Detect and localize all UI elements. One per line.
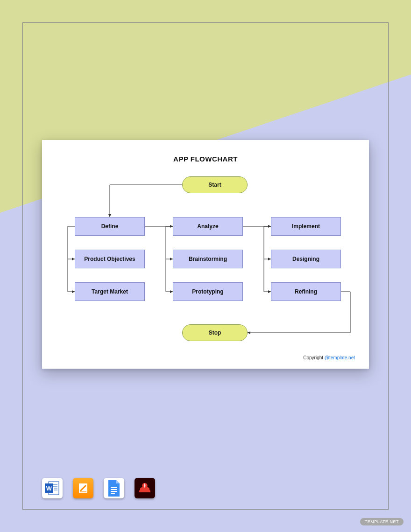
node-implement: Implement — [271, 217, 341, 236]
node-brainstorming-label: Brainstorming — [189, 256, 227, 262]
node-target-market: Target Market — [75, 282, 145, 301]
flowchart-title: APP FLOWCHART — [42, 140, 369, 163]
node-stop: Stop — [182, 324, 248, 341]
word-icon[interactable]: W — [42, 478, 63, 498]
copyright-label: Copyright — [303, 355, 325, 360]
node-refining-label: Refining — [295, 288, 317, 295]
app-icon-row: W — [42, 478, 155, 498]
svg-rect-11 — [111, 491, 117, 492]
svg-text:W: W — [46, 485, 52, 492]
node-designing: Designing — [271, 250, 341, 268]
node-product-objectives-label: Product Objectives — [84, 256, 135, 262]
watermark-badge: TEMPLATE.NET — [360, 518, 404, 525]
node-target-market-label: Target Market — [92, 288, 128, 295]
node-start: Start — [182, 176, 248, 193]
node-designing-label: Designing — [292, 256, 319, 262]
node-refining: Refining — [271, 282, 341, 301]
svg-rect-12 — [111, 493, 115, 494]
node-stop-label: Stop — [209, 329, 221, 336]
node-brainstorming: Brainstorming — [173, 250, 243, 268]
node-implement-label: Implement — [292, 223, 320, 230]
node-prototyping: Prototyping — [173, 282, 243, 301]
google-docs-icon[interactable] — [104, 478, 124, 498]
node-prototyping-label: Prototyping — [192, 288, 223, 295]
svg-rect-9 — [111, 487, 117, 488]
pages-icon[interactable] — [73, 478, 93, 498]
node-define: Define — [75, 217, 145, 236]
svg-rect-10 — [111, 489, 117, 490]
pdf-icon[interactable] — [135, 478, 155, 498]
node-define-label: Define — [101, 223, 119, 230]
node-start-label: Start — [208, 182, 221, 188]
copyright-line: Copyright @template.net — [303, 355, 355, 360]
flowchart-card: APP FLOWCHART Start Define Product Objec… — [42, 140, 369, 369]
node-analyze-label: Analyze — [197, 223, 218, 230]
copyright-link[interactable]: @template.net — [325, 355, 355, 360]
node-analyze: Analyze — [173, 217, 243, 236]
node-product-objectives: Product Objectives — [75, 250, 145, 268]
